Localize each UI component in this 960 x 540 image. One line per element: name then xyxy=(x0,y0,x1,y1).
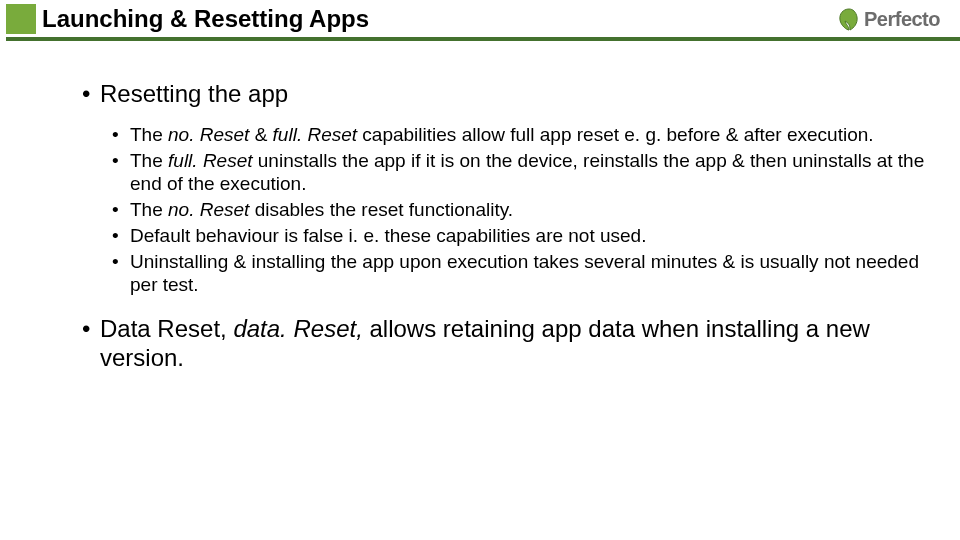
term-full-reset: full. Reset xyxy=(273,124,357,145)
text: capabilities allow full app reset e. g. … xyxy=(357,124,873,145)
text: Data Reset, xyxy=(100,315,233,342)
text: The xyxy=(130,124,168,145)
list-item: Default behaviour is false i. e. these c… xyxy=(112,224,930,248)
perfecto-leaf-icon xyxy=(836,6,862,32)
list-item: The full. Reset uninstalls the app if it… xyxy=(112,149,930,197)
term-no-reset: no. Reset xyxy=(168,124,249,145)
text: The xyxy=(130,199,168,220)
brand-logo: Perfecto xyxy=(832,6,944,32)
term-full-reset: full. Reset xyxy=(168,150,252,171)
list-item: Uninstalling & installing the app upon e… xyxy=(112,250,930,298)
sub-bullet-list: The no. Reset & full. Reset capabilities… xyxy=(112,123,930,297)
slide-body: Resetting the app The no. Reset & full. … xyxy=(82,80,930,387)
slide-title: Launching & Resetting Apps xyxy=(42,4,381,34)
term-data-reset: data. Reset, xyxy=(233,315,362,342)
brand-name: Perfecto xyxy=(864,8,940,31)
title-row: Launching & Resetting Apps xyxy=(0,0,960,46)
accent-square xyxy=(6,4,36,34)
text: The xyxy=(130,150,168,171)
section-paragraph: Data Reset, data. Reset, allows retainin… xyxy=(82,315,930,373)
slide: Launching & Resetting Apps Perfecto Rese… xyxy=(0,0,960,540)
list-item: The no. Reset disables the reset functio… xyxy=(112,198,930,222)
text: disables the reset functionality. xyxy=(249,199,513,220)
text: & xyxy=(249,124,272,145)
list-item: The no. Reset & full. Reset capabilities… xyxy=(112,123,930,147)
section-heading: Resetting the app xyxy=(82,80,930,109)
term-no-reset: no. Reset xyxy=(168,199,249,220)
title-underline xyxy=(6,37,960,41)
